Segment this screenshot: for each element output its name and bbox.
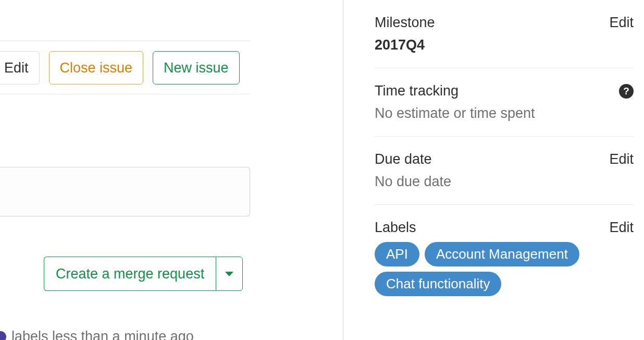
activity-entry: labels less than a minute ago xyxy=(0,329,194,340)
help-icon[interactable]: ? xyxy=(619,84,634,99)
due-date-title: Due date xyxy=(375,151,432,167)
chevron-down-icon xyxy=(225,272,233,276)
due-date-edit[interactable]: Edit xyxy=(609,151,634,167)
milestone-edit[interactable]: Edit xyxy=(609,15,634,31)
time-tracking-title: Time tracking xyxy=(375,83,459,99)
time-tracking-value: No estimate or time spent xyxy=(375,105,634,122)
labels-edit[interactable]: Edit xyxy=(609,220,634,236)
labels-title: Labels xyxy=(375,220,416,236)
labels-list: API Account Management Chat functionalit… xyxy=(375,242,634,296)
separator-top xyxy=(0,41,250,41)
labels-header: Labels Edit xyxy=(375,220,634,236)
milestone-value[interactable]: 2017Q4 xyxy=(375,37,634,53)
create-merge-request-button[interactable]: Create a merge request xyxy=(44,257,216,291)
label-pill[interactable]: Account Management xyxy=(425,242,579,266)
due-date-section: Due date Edit No due date xyxy=(375,137,634,205)
due-date-header: Due date Edit xyxy=(375,151,634,167)
time-tracking-section: Time tracking ? No estimate or time spen… xyxy=(375,68,634,137)
due-date-value: No due date xyxy=(375,174,634,190)
create-merge-request-dropdown[interactable] xyxy=(216,257,243,291)
label-pill[interactable]: API xyxy=(375,242,419,266)
labels-section: Labels Edit API Account Management Chat … xyxy=(375,205,634,311)
main-content: Edit Close issue New issue Create a merg… xyxy=(0,0,343,340)
time-tracking-header: Time tracking ? xyxy=(375,83,634,99)
milestone-header: Milestone Edit xyxy=(375,15,634,31)
new-issue-button[interactable]: New issue xyxy=(153,51,240,84)
create-merge-request-group: Create a merge request xyxy=(44,257,243,291)
label-pill[interactable]: Chat functionality xyxy=(375,272,501,296)
separator-bottom xyxy=(0,94,250,94)
activity-text: labels less than a minute ago xyxy=(11,329,194,340)
close-issue-button[interactable]: Close issue xyxy=(49,51,144,84)
milestone-section: Milestone Edit 2017Q4 xyxy=(375,0,634,68)
content-box[interactable] xyxy=(0,167,250,216)
issue-actions: Edit Close issue New issue xyxy=(0,51,240,84)
sidebar: Milestone Edit 2017Q4 Time tracking ? No… xyxy=(343,0,644,340)
avatar xyxy=(0,331,6,341)
milestone-title: Milestone xyxy=(375,15,435,31)
edit-button[interactable]: Edit xyxy=(0,51,40,84)
